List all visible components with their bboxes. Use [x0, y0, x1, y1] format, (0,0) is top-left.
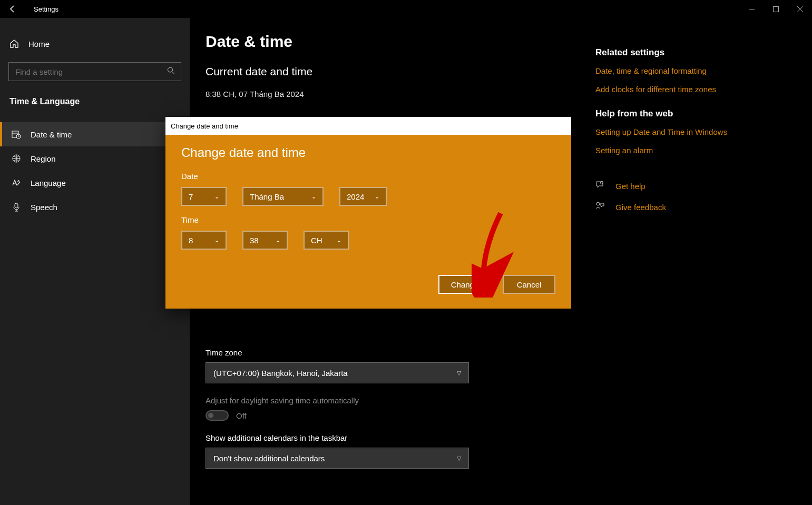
time-label: Time: [181, 215, 555, 224]
get-help-label: Get help: [615, 182, 645, 191]
timezone-select[interactable]: (UTC+07:00) Bangkok, Hanoi, Jakarta ▽: [206, 362, 469, 383]
home-nav[interactable]: Home: [0, 34, 190, 54]
link-setup-datetime[interactable]: Setting up Date and Time in Windows: [595, 127, 796, 136]
svg-point-1: [168, 67, 173, 72]
timezone-label: Time zone: [206, 348, 574, 357]
month-select[interactable]: Tháng Ba ⌄: [242, 187, 324, 206]
chat-icon: [595, 180, 606, 192]
chevron-down-icon: ⌄: [311, 193, 316, 200]
date-label: Date: [181, 172, 555, 181]
svg-rect-5: [15, 203, 18, 208]
hour-select[interactable]: 8 ⌄: [181, 231, 227, 250]
related-settings-header: Related settings: [595, 47, 796, 58]
get-help-action[interactable]: Get help: [595, 180, 796, 192]
page-title: Date & time: [206, 33, 574, 51]
language-icon: [12, 178, 21, 187]
dst-toggle: [206, 410, 229, 421]
sidebar-category: Time & Language: [0, 97, 190, 106]
cancel-button[interactable]: Cancel: [503, 275, 555, 294]
give-feedback-action[interactable]: Give feedback: [595, 201, 796, 213]
microphone-icon: [12, 202, 21, 212]
maximize-button[interactable]: [764, 0, 788, 18]
ampm-select[interactable]: CH ⌄: [304, 231, 349, 250]
day-value: 7: [189, 192, 193, 201]
year-value: 2024: [347, 192, 364, 201]
sidebar-item-label: Speech: [31, 203, 57, 212]
sidebar: Home Time & Language Date & time Region …: [0, 18, 190, 505]
svg-rect-0: [773, 6, 778, 12]
sidebar-item-speech[interactable]: Speech: [0, 195, 190, 219]
sidebar-item-language[interactable]: Language: [0, 171, 190, 195]
chevron-down-icon: ⌄: [214, 237, 219, 244]
minute-select[interactable]: 38 ⌄: [242, 231, 288, 250]
window-controls: [739, 0, 812, 18]
additional-calendars-label: Show additional calendars in the taskbar: [206, 433, 574, 442]
sidebar-item-region[interactable]: Region: [0, 146, 190, 171]
change-datetime-dialog: Change date and time Change date and tim…: [165, 117, 571, 309]
link-regional-formatting[interactable]: Date, time & regional formatting: [595, 66, 796, 75]
dst-value: Off: [236, 411, 247, 420]
close-button[interactable]: [788, 0, 812, 18]
chevron-down-icon: ⌄: [375, 193, 379, 200]
current-datetime-value: 8:38 CH, 07 Tháng Ba 2024: [206, 90, 574, 98]
change-button[interactable]: Change: [438, 275, 491, 294]
back-button[interactable]: [0, 0, 25, 18]
globe-icon: [12, 154, 21, 163]
sidebar-item-label: Language: [31, 179, 66, 187]
sidebar-item-label: Date & time: [31, 130, 72, 139]
additional-calendars-value: Don't show additional calendars: [213, 454, 325, 463]
right-column: Related settings Date, time & regional f…: [595, 33, 796, 490]
window-titlebar: Settings: [0, 0, 812, 18]
sidebar-item-date-time[interactable]: Date & time: [0, 122, 190, 146]
month-value: Tháng Ba: [250, 192, 284, 201]
chevron-down-icon: ▽: [457, 370, 461, 377]
chevron-down-icon: ⌄: [276, 237, 280, 244]
svg-point-7: [596, 202, 600, 205]
search-icon: [167, 67, 175, 77]
day-select[interactable]: 7 ⌄: [181, 187, 227, 206]
minute-value: 38: [250, 236, 259, 245]
search-input[interactable]: [8, 62, 181, 81]
help-header: Help from the web: [595, 108, 796, 119]
clock-calendar-icon: [12, 130, 21, 139]
current-datetime-heading: Current date and time: [206, 65, 574, 78]
home-icon: [9, 39, 19, 48]
timezone-value: (UTC+07:00) Bangkok, Hanoi, Jakarta: [213, 369, 348, 378]
app-title: Settings: [34, 5, 58, 13]
home-label: Home: [28, 39, 50, 48]
minimize-button[interactable]: [739, 0, 764, 18]
chevron-down-icon: ⌄: [214, 193, 219, 200]
link-add-clocks[interactable]: Add clocks for different time zones: [595, 85, 796, 94]
dialog-heading: Change date and time: [181, 145, 555, 160]
give-feedback-label: Give feedback: [615, 203, 666, 212]
chevron-down-icon: ▽: [457, 455, 461, 462]
link-setting-alarm[interactable]: Setting an alarm: [595, 146, 796, 155]
arrow-left-icon: [8, 5, 17, 13]
chevron-down-icon: ⌄: [337, 237, 341, 244]
feedback-icon: [595, 201, 606, 213]
ampm-value: CH: [311, 236, 322, 245]
year-select[interactable]: 2024 ⌄: [339, 187, 387, 206]
sidebar-item-label: Region: [31, 154, 56, 163]
hour-value: 8: [189, 236, 193, 245]
additional-calendars-select[interactable]: Don't show additional calendars ▽: [206, 448, 469, 469]
dialog-titlebar[interactable]: Change date and time: [165, 117, 571, 135]
dst-label: Adjust for daylight saving time automati…: [206, 396, 574, 405]
dialog-titlebar-text: Change date and time: [171, 122, 238, 130]
